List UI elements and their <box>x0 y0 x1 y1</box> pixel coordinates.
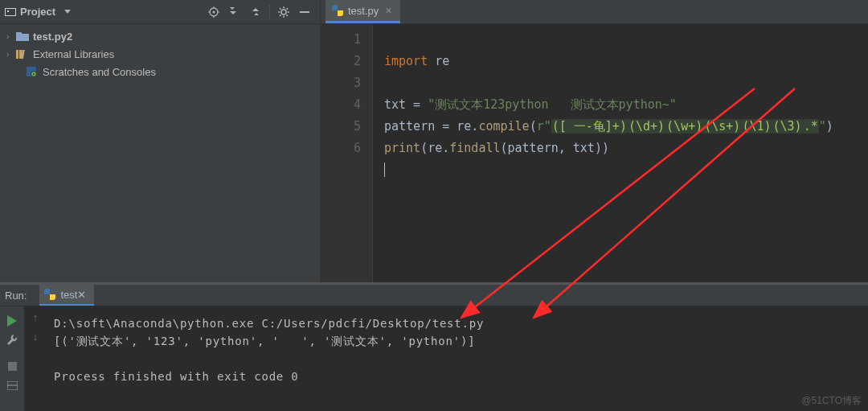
run-tool-window: Run: test ✕ ↑ ↓ D:\soft\Anaconda\python.… <box>0 282 868 411</box>
project-tree: › test.py2 › External Libraries Scratche… <box>0 24 320 282</box>
run-label: Run: <box>5 290 27 302</box>
nav-arrows: ↑ ↓ <box>25 306 46 411</box>
python-file-icon <box>44 289 55 300</box>
collapse-all-icon[interactable] <box>248 5 263 19</box>
svg-rect-18 <box>16 50 18 59</box>
svg-line-15 <box>280 14 281 16</box>
code-editor[interactable]: import re txt = "测试文本123python 测试文本pytho… <box>373 24 868 282</box>
tree-item-project[interactable]: › test.py2 <box>0 27 320 45</box>
run-tab-label: test <box>60 289 77 301</box>
locate-icon[interactable] <box>207 5 221 19</box>
up-arrow-icon[interactable]: ↑ <box>33 311 39 331</box>
down-arrow-icon[interactable]: ↓ <box>33 331 39 350</box>
project-dropdown-icon[interactable] <box>60 5 75 19</box>
close-icon[interactable]: ✕ <box>77 289 86 301</box>
svg-rect-1 <box>7 10 9 12</box>
editor-tab-label: test.py <box>348 5 379 17</box>
console-output[interactable]: D:\soft\Anaconda\python.exe C:/Users/pdc… <box>46 306 868 411</box>
chevron-right-icon: › <box>6 32 16 41</box>
tree-label: Scratches and Consoles <box>43 66 156 78</box>
chevron-right-icon: › <box>6 50 16 59</box>
editor-tabs: test.py ✕ <box>321 0 868 24</box>
run-toolbar <box>0 306 25 411</box>
svg-point-8 <box>281 10 286 14</box>
project-title: Project <box>20 6 55 18</box>
svg-line-16 <box>286 8 288 10</box>
library-icon <box>16 49 31 60</box>
svg-line-14 <box>286 14 288 16</box>
expand-all-icon[interactable] <box>227 5 242 19</box>
project-view-icon <box>5 6 16 18</box>
minimize-icon[interactable] <box>297 5 312 19</box>
watermark: @51CTO博客 <box>801 394 862 408</box>
folder-icon <box>16 31 31 42</box>
run-tab[interactable]: test ✕ <box>39 285 94 306</box>
wrench-icon[interactable] <box>6 331 18 350</box>
editor-area: test.py ✕ 123456 import re txt = "测试文本12… <box>321 0 868 282</box>
svg-rect-26 <box>8 362 17 371</box>
tree-label: test.py2 <box>33 31 72 43</box>
tree-label: External Libraries <box>33 48 114 60</box>
scratch-icon <box>26 66 40 77</box>
tree-item-scratches[interactable]: Scratches and Consoles <box>0 63 320 80</box>
gutter: 123456 <box>321 24 373 282</box>
svg-rect-0 <box>6 8 16 15</box>
layout-icon[interactable] <box>7 376 18 395</box>
python-file-icon <box>332 5 343 16</box>
close-icon[interactable]: ✕ <box>385 6 392 16</box>
editor-tab[interactable]: test.py ✕ <box>326 0 400 23</box>
project-header: Project <box>0 0 320 24</box>
stop-button[interactable] <box>8 356 17 376</box>
rerun-button[interactable] <box>7 311 17 331</box>
project-sidebar: Project › test.py2 › <box>0 0 321 282</box>
svg-rect-17 <box>300 11 309 13</box>
tree-item-external-libraries[interactable]: › External Libraries <box>0 45 320 63</box>
svg-point-3 <box>213 10 215 13</box>
svg-line-13 <box>280 8 281 10</box>
gear-icon[interactable] <box>276 5 291 19</box>
